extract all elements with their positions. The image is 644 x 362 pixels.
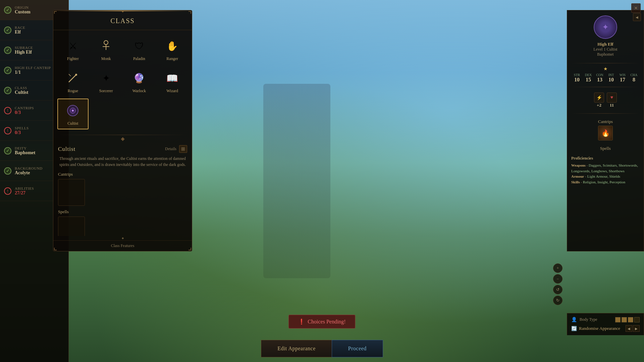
wizard-label: Wizard	[166, 88, 178, 94]
right-panel-nav: ◀	[633, 13, 641, 21]
spells-value: 0/3	[15, 130, 29, 135]
stat-con: CON 13	[595, 73, 604, 83]
armour-label: Armour	[571, 174, 584, 178]
race-check: ✓	[4, 26, 11, 34]
weapons-label: Weapons	[571, 163, 586, 167]
body-box-4[interactable]	[634, 317, 640, 322]
choices-pending-icon: ❗	[298, 318, 305, 325]
abilities-check: !	[4, 187, 11, 195]
class-item-sorcerer[interactable]: ✦ Sorcerer	[91, 66, 122, 97]
deity-check: ✓	[4, 147, 11, 155]
paladin-label: Paladin	[133, 56, 145, 61]
class-item-fighter[interactable]: ⚔ Fighter	[57, 34, 89, 64]
class-item-wizard[interactable]: 📖 Wizard	[157, 66, 188, 97]
background-check: ✓	[4, 167, 11, 175]
class-description-text: Through ancient rituals and sacrifice, t…	[58, 156, 187, 168]
choices-pending-text: Choices Pending!	[308, 319, 345, 325]
cantrips-value: 0/3	[15, 110, 34, 115]
svg-point-5	[75, 74, 77, 76]
skills-label: Skills	[571, 180, 580, 184]
stat-wis: WIS 17	[618, 73, 627, 83]
zoom-in-button[interactable]: +	[553, 263, 562, 273]
ranger-label: Ranger	[166, 56, 178, 61]
wizard-icon: 📖	[164, 69, 181, 87]
class-panel-title: Class	[53, 10, 192, 30]
fighter-label: Fighter	[67, 56, 79, 61]
randomise-prev-button[interactable]: ◀	[626, 325, 632, 332]
deity-value: Baphomet	[15, 150, 35, 156]
class-item-monk[interactable]: Monk	[91, 34, 122, 64]
spells-check: !	[4, 127, 11, 134]
stat-dex: DEX 15	[584, 73, 593, 83]
randomise-next-button[interactable]: ▶	[633, 325, 640, 332]
race-category-label: Race	[15, 25, 25, 29]
subrace-value: High Elf	[15, 50, 33, 55]
proceed-button[interactable]: Proceed	[332, 340, 383, 357]
sorcerer-icon: ✦	[97, 69, 115, 87]
stat-str: STR 10	[572, 73, 582, 83]
class-item-cultist[interactable]: Cultist	[57, 99, 89, 129]
hp-heart-icon: ♥	[607, 93, 617, 103]
body-box-2[interactable]	[622, 317, 627, 322]
cantrips-check: !	[4, 107, 11, 114]
randomise-row[interactable]: 🔄 Randomise Appearance ◀ ▶	[571, 325, 640, 332]
close-button[interactable]: ✕	[631, 3, 641, 13]
star-icon: ★	[603, 66, 608, 72]
stats-row: STR 10 DEX 15 CON 13 INT 10 WIS 17 CHA 8	[572, 73, 639, 83]
class-item-warlock[interactable]: 🔮 Warlock	[124, 66, 155, 97]
sorcerer-label: Sorcerer	[99, 88, 113, 94]
spells-category-label: Spells	[15, 126, 29, 130]
body-box-1[interactable]	[615, 317, 621, 322]
spells-right-label: Spells	[571, 146, 640, 151]
randomise-arrows: ◀ ▶	[626, 325, 640, 332]
subrace-check: ✓	[4, 47, 11, 54]
cantrip-slot-1[interactable]	[58, 179, 85, 206]
character-portrait	[594, 15, 617, 39]
rotate-right-button[interactable]: ↻	[553, 296, 562, 305]
initiative-value: +2	[597, 103, 601, 108]
body-type-person-icon: 👤	[571, 317, 577, 322]
rotate-left-button[interactable]: ↺	[553, 285, 562, 294]
warlock-icon: 🔮	[130, 69, 148, 87]
background-value: Acolyte	[15, 170, 43, 176]
subrace-category-label: Subrace	[15, 46, 33, 50]
origin-value: Custom	[15, 9, 31, 15]
body-type-label: Body Type	[580, 317, 612, 322]
background-category-label: Background	[15, 166, 43, 170]
spells-section-title: Spells	[58, 209, 187, 215]
svg-point-8	[72, 110, 74, 112]
helf-cantrip-value: 1/1	[15, 70, 51, 75]
monk-icon	[97, 37, 115, 55]
edit-appearance-button[interactable]: Edit Appearance	[261, 340, 332, 357]
helf-cantrip-check: ✓	[4, 67, 11, 74]
hp-item: ♥ 11	[607, 93, 617, 108]
proficiencies-text: Weapons - Daggers, Scimitars, Shortsword…	[571, 163, 640, 185]
origin-check: ✓	[4, 6, 11, 14]
hp-block: ⚡ +2 ♥ 11	[594, 93, 617, 108]
ranger-icon: ✋	[164, 37, 181, 55]
rogue-label: Rogue	[68, 88, 78, 94]
monk-label: Monk	[101, 56, 111, 61]
abilities-category-label: Abilities	[15, 186, 34, 190]
class-check: ✓	[4, 87, 11, 94]
hp-value: 11	[610, 103, 614, 108]
body-box-3[interactable]	[628, 317, 633, 322]
zoom-out-button[interactable]: −	[553, 274, 562, 284]
body-controls: 👤 Body Type 🔄 Randomise Appearance ◀ ▶	[567, 313, 644, 335]
right-panel-nav-icon[interactable]: ◀	[633, 13, 641, 21]
class-item-ranger[interactable]: ✋ Ranger	[157, 34, 188, 64]
character-race: High Elf	[597, 42, 613, 47]
spell-slot-1[interactable]	[58, 217, 85, 236]
cantrips-section: Cantrips	[58, 172, 187, 206]
details-button[interactable]: Details ⊞	[165, 145, 187, 153]
initiative-icon: ⚡	[594, 93, 604, 103]
class-item-paladin[interactable]: 🛡 Paladin	[124, 34, 155, 64]
class-grid: ⚔ Fighter Monk 🛡 Paladin ✋ Ranger	[53, 30, 192, 133]
proficiencies-title: Proficiencies	[571, 156, 640, 161]
cultist-icon	[64, 102, 82, 119]
cantrip-icon-right: 🔥	[598, 126, 613, 140]
rogue-icon	[64, 69, 82, 87]
bottom-bar: Edit Appearance Proceed	[0, 335, 644, 362]
cantrips-category-label: Cantrips	[15, 106, 34, 110]
class-item-rogue[interactable]: Rogue	[57, 66, 89, 97]
